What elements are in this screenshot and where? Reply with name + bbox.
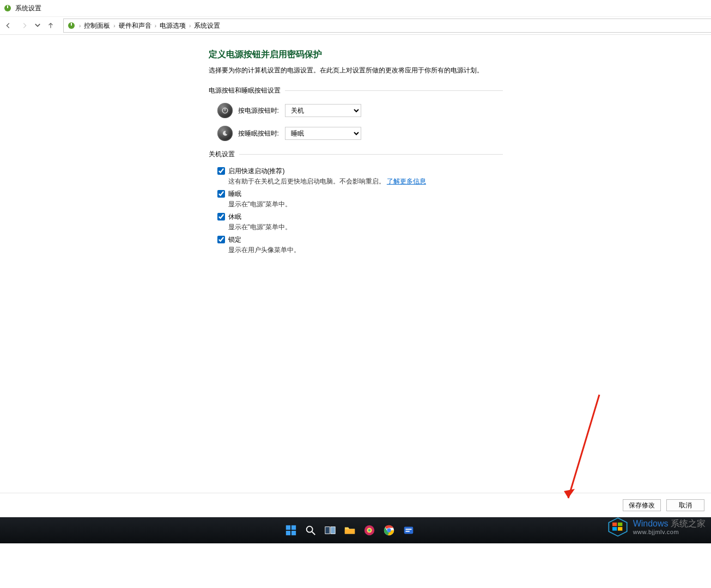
svg-rect-27	[618, 523, 622, 526]
start-button[interactable]	[283, 523, 299, 538]
sleep-button-action-select[interactable]: 睡眠	[285, 127, 361, 140]
cancel-button[interactable]: 取消	[666, 499, 704, 511]
svg-rect-16	[345, 529, 355, 534]
page-heading: 定义电源按钮并启用密码保护	[209, 49, 503, 60]
svg-rect-29	[618, 527, 622, 531]
breadcrumb-item[interactable]: 硬件和声音	[117, 21, 154, 30]
svg-rect-5	[224, 108, 225, 111]
svg-rect-1	[7, 5, 8, 8]
up-button[interactable]	[42, 17, 59, 34]
footer-button-bar: 保存修改 取消	[0, 493, 711, 517]
power-options-icon	[67, 21, 76, 30]
chevron-right-icon[interactable]: ›	[154, 23, 157, 29]
fast-startup-checkbox[interactable]	[217, 167, 225, 175]
chevron-right-icon[interactable]: ›	[188, 23, 192, 29]
sleep-option-row: 睡眠 显示在"电源"菜单中。	[217, 189, 503, 209]
svg-rect-9	[291, 525, 296, 530]
sleep-option-checkbox[interactable]	[217, 190, 225, 198]
hibernate-option-desc: 显示在"电源"菜单中。	[228, 223, 503, 232]
breadcrumb-item[interactable]: 控制面板	[82, 21, 112, 30]
watermark-logo-icon	[607, 516, 629, 538]
power-button-action-select[interactable]: 关机	[285, 104, 361, 117]
svg-rect-10	[286, 531, 290, 535]
lock-option-row: 锁定 显示在用户头像菜单中。	[217, 235, 503, 255]
fast-startup-row: 启用快速启动(推荐) 这有助于在关机之后更快地启动电脑。不会影响重启。 了解更多…	[217, 167, 503, 186]
chevron-right-icon[interactable]: ›	[112, 23, 116, 29]
fast-startup-desc: 这有助于在关机之后更快地启动电脑。不会影响重启。 了解更多信息	[228, 177, 503, 186]
address-bar[interactable]: › 控制面板 › 硬件和声音 › 电源选项 › 系统设置	[63, 19, 711, 33]
power-button-row: 按电源按钮时: 关机	[217, 103, 503, 118]
svg-rect-23	[406, 529, 412, 530]
lock-option-desc: 显示在用户头像菜单中。	[228, 246, 503, 255]
sleep-button-label: 按睡眠按钮时:	[238, 129, 285, 138]
task-view-icon[interactable]	[323, 523, 338, 538]
watermark: Windows 系统之家 www.bjjmlv.com	[607, 516, 706, 538]
chrome-icon[interactable]	[381, 523, 397, 538]
svg-rect-22	[404, 527, 414, 534]
title-bar: 系统设置	[0, 0, 711, 17]
settings-panel: 定义电源按钮并启用密码保护 选择要为你的计算机设置的电源设置。在此页上对设置所做…	[209, 49, 503, 517]
svg-rect-3	[71, 23, 72, 26]
hibernate-option-checkbox[interactable]	[217, 213, 225, 220]
breadcrumb-item[interactable]: 电源选项	[157, 21, 188, 30]
file-explorer-icon[interactable]	[342, 523, 357, 538]
svg-rect-15	[331, 527, 335, 534]
navigation-bar: › 控制面板 › 硬件和声音 › 电源选项 › 系统设置	[0, 17, 711, 35]
browser-icon[interactable]	[362, 523, 377, 538]
svg-rect-8	[286, 525, 290, 530]
chevron-right-icon[interactable]: ›	[78, 23, 82, 29]
watermark-title: Windows 系统之家	[633, 518, 706, 529]
footer-strip	[0, 543, 711, 588]
svg-line-13	[312, 532, 315, 535]
taskbar	[0, 517, 711, 543]
breadcrumb-item: 系统设置	[192, 21, 222, 30]
lock-option-checkbox[interactable]	[217, 236, 225, 243]
hibernate-option-row: 休眠 显示在"电源"菜单中。	[217, 212, 503, 232]
window-title: 系统设置	[15, 4, 41, 13]
hibernate-option-label: 休眠	[228, 212, 503, 222]
recent-locations-button[interactable]	[33, 17, 42, 34]
search-icon[interactable]	[303, 523, 318, 538]
forward-button[interactable]	[16, 17, 33, 34]
sleep-option-label: 睡眠	[228, 189, 503, 199]
watermark-url: www.bjjmlv.com	[633, 529, 706, 536]
page-description: 选择要为你的计算机设置的电源设置。在此页上对设置所做的更改将应用于你所有的电源计…	[209, 66, 503, 75]
app-icon[interactable]	[401, 523, 416, 538]
power-icon	[217, 103, 233, 118]
svg-point-19	[368, 529, 371, 532]
svg-rect-28	[612, 527, 617, 531]
svg-rect-24	[406, 531, 410, 532]
content-area: 定义电源按钮并启用密码保护 选择要为你的计算机设置的电源设置。在此页上对设置所做…	[0, 34, 711, 517]
power-buttons-legend: 电源按钮和睡眠按钮设置	[209, 86, 503, 95]
sleep-icon	[217, 126, 233, 141]
shutdown-settings-legend: 关机设置	[209, 150, 503, 159]
power-button-label: 按电源按钮时:	[238, 106, 285, 115]
svg-point-21	[387, 528, 391, 532]
svg-rect-14	[325, 527, 330, 534]
svg-point-12	[307, 526, 313, 532]
power-options-icon	[3, 4, 12, 13]
sleep-option-desc: 显示在"电源"菜单中。	[228, 200, 503, 209]
sleep-button-row: 按睡眠按钮时: 睡眠	[217, 126, 503, 141]
lock-option-label: 锁定	[228, 235, 503, 244]
back-button[interactable]	[0, 17, 16, 34]
save-button[interactable]: 保存修改	[623, 499, 661, 511]
learn-more-link[interactable]: 了解更多信息	[387, 177, 426, 185]
svg-rect-11	[291, 531, 296, 535]
fast-startup-label: 启用快速启动(推荐)	[228, 167, 503, 176]
svg-rect-26	[612, 523, 617, 526]
